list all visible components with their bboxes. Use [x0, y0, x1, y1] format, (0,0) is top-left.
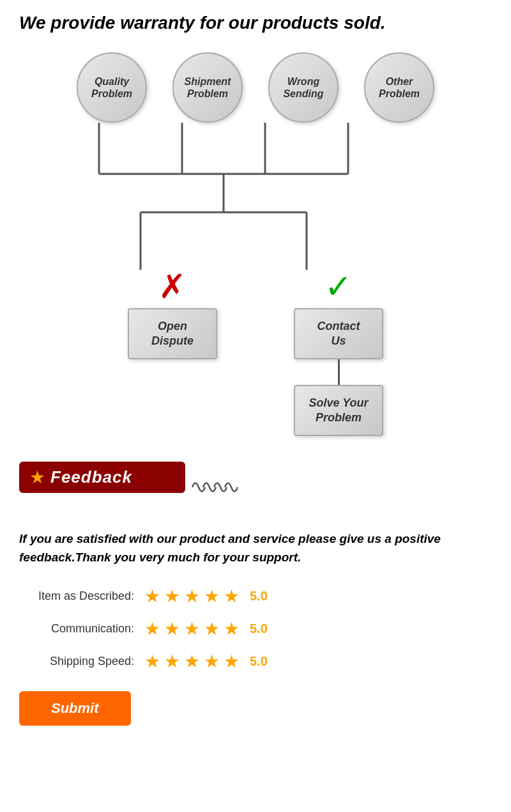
stars-item: ★ ★ ★ ★ ★ [144, 586, 240, 607]
star-2: ★ [164, 651, 180, 672]
rating-value-shipping: 5.0 [250, 654, 268, 669]
flowchart: QualityProblem ShipmentProblem WrongSend… [19, 52, 492, 436]
connector-top [19, 123, 492, 270]
rating-row-shipping: Shipping Speed: ★ ★ ★ ★ ★ 5.0 [19, 651, 492, 672]
star-2: ★ [164, 586, 180, 607]
stars-shipping: ★ ★ ★ ★ ★ [144, 651, 240, 672]
circle-other: OtherProblem [364, 52, 434, 123]
star-2: ★ [164, 618, 180, 639]
contact-us-box: ContactUs [294, 308, 383, 359]
feedback-description: If you are satisfied with our product an… [19, 530, 479, 566]
vertical-connector [338, 359, 340, 385]
x-icon: ✗ [158, 270, 187, 303]
star-3: ★ [184, 586, 200, 607]
star-1: ★ [144, 651, 160, 672]
star-1: ★ [144, 618, 160, 639]
submit-button[interactable]: Submit [19, 691, 131, 726]
bottom-branches: ✗ OpenDispute ✓ ContactUs Solve YourProb… [19, 270, 492, 436]
feedback-star-icon: ★ [29, 467, 45, 488]
stars-communication: ★ ★ ★ ★ ★ [144, 618, 240, 639]
ratings-section: Item as Described: ★ ★ ★ ★ ★ 5.0 Communi… [19, 586, 492, 672]
feedback-banner: ★ Feedback [19, 462, 185, 493]
main-title: We provide warranty for our products sol… [19, 13, 492, 33]
star-4: ★ [204, 586, 220, 607]
rating-label-communication: Communication: [19, 622, 134, 636]
rating-row-communication: Communication: ★ ★ ★ ★ ★ 5.0 [19, 618, 492, 639]
rating-row-item: Item as Described: ★ ★ ★ ★ ★ 5.0 [19, 586, 492, 607]
branch-contact: ✓ ContactUs Solve YourProblem [294, 270, 383, 436]
branch-dispute: ✗ OpenDispute [128, 270, 217, 436]
circle-wrong: WrongSending [268, 52, 339, 123]
feedback-label: Feedback [50, 467, 132, 487]
star-3: ★ [184, 618, 200, 639]
rating-value-item: 5.0 [250, 589, 268, 604]
circles-row: QualityProblem ShipmentProblem WrongSend… [19, 52, 492, 123]
rating-label-item: Item as Described: [19, 589, 134, 603]
wave-decoration [189, 476, 240, 499]
rating-value-communication: 5.0 [250, 621, 268, 636]
star-5: ★ [224, 586, 240, 607]
star-5: ★ [224, 651, 240, 672]
star-3: ★ [184, 651, 200, 672]
star-4: ★ [204, 618, 220, 639]
circle-shipment: ShipmentProblem [172, 52, 243, 123]
star-5: ★ [224, 618, 240, 639]
open-dispute-box: OpenDispute [128, 308, 217, 359]
rating-label-shipping: Shipping Speed: [19, 655, 134, 668]
solve-problem-box: Solve YourProblem [294, 385, 383, 436]
circle-quality: QualityProblem [77, 52, 147, 123]
check-icon: ✓ [324, 270, 353, 303]
star-4: ★ [204, 651, 220, 672]
star-1: ★ [144, 586, 160, 607]
feedback-section: ★ Feedback [19, 462, 492, 512]
